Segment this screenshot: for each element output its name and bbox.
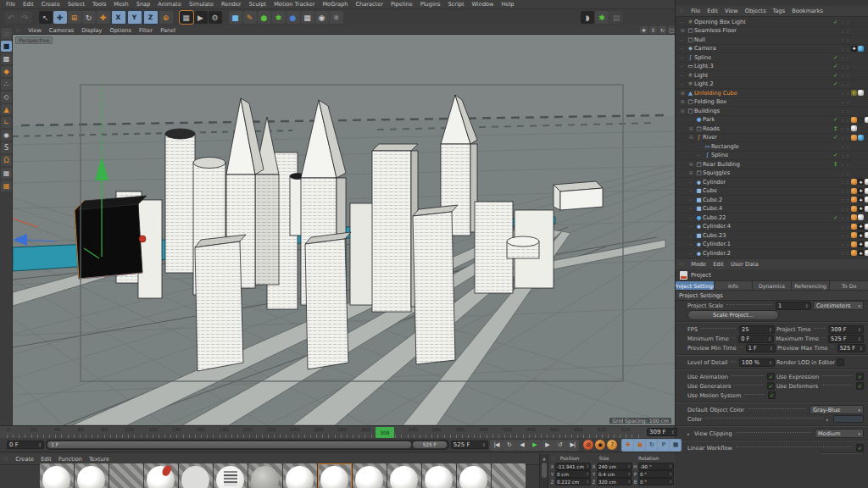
- key-rotation-button[interactable]: ↻: [646, 440, 657, 451]
- object-row[interactable]: Folding Box: [676, 98, 868, 108]
- white-tag-icon[interactable]: [865, 250, 868, 256]
- object-label[interactable]: Cube.22: [703, 214, 726, 221]
- preview-max-field[interactable]: 525 F↕: [837, 344, 865, 352]
- visibility-dots[interactable]: [842, 206, 849, 212]
- expand-toggle-icon[interactable]: [681, 19, 687, 25]
- material-tile[interactable]: [248, 463, 282, 488]
- expand-toggle-icon[interactable]: [681, 81, 687, 86]
- range-bar[interactable]: 1 F: [47, 441, 411, 448]
- object-row[interactable]: Park: [676, 116, 868, 125]
- attribute-tab[interactable]: Project Settings: [676, 280, 715, 291]
- blue-tag-icon[interactable]: [858, 46, 864, 52]
- expand-toggle-icon[interactable]: [689, 206, 695, 211]
- enable-check-icon[interactable]: [833, 80, 837, 87]
- autokeying-button[interactable]: ◉: [595, 440, 605, 450]
- material-tile[interactable]: [214, 463, 248, 488]
- linear-workflow-checkbox[interactable]: ✓: [856, 444, 864, 452]
- object-label[interactable]: Rectangle: [711, 143, 739, 150]
- enable-check-icon[interactable]: [833, 72, 837, 79]
- position-field[interactable]: 0.222 cm↕: [555, 478, 591, 486]
- orange-tag-icon[interactable]: [851, 224, 857, 230]
- object-label[interactable]: Spline: [694, 54, 711, 61]
- record-active-objects-button[interactable]: ⊘: [583, 440, 593, 450]
- olive-tag-icon[interactable]: [851, 90, 857, 96]
- object-label[interactable]: Opening Box Light: [694, 19, 746, 25]
- render-settings-icon[interactable]: ⚙: [209, 11, 222, 24]
- orange-tag-icon[interactable]: [851, 232, 857, 238]
- mat-menu-edit[interactable]: Edit: [41, 456, 52, 463]
- zoom-view-icon[interactable]: ⇕: [649, 26, 657, 34]
- dark-tag-icon[interactable]: [858, 179, 864, 185]
- rotate-view-icon[interactable]: ↻: [659, 26, 666, 34]
- attribute-tab[interactable]: Dynamics: [753, 280, 792, 291]
- object-row[interactable]: Opening Box Light: [676, 18, 868, 27]
- add-spline-icon[interactable]: ✎: [243, 11, 257, 24]
- lock-y-axis-icon[interactable]: Y: [127, 10, 142, 25]
- axis-mode-icon[interactable]: ∟: [1, 117, 12, 128]
- lock-x-axis-icon[interactable]: X: [111, 10, 126, 25]
- visibility-dots[interactable]: [842, 125, 849, 131]
- expand-toggle-icon[interactable]: [698, 144, 704, 149]
- workplane-snap-icon[interactable]: ▦: [1, 168, 12, 179]
- dark-tag-icon[interactable]: [858, 250, 864, 256]
- object-row[interactable]: Cube.2: [676, 196, 868, 205]
- maximum-time-field[interactable]: 525 F↕: [828, 335, 864, 343]
- enable-check-icon[interactable]: [833, 152, 837, 158]
- object-label[interactable]: Cube.23: [703, 232, 726, 239]
- white-tag-icon[interactable]: [865, 241, 868, 247]
- expand-toggle-icon[interactable]: [689, 170, 695, 175]
- object-label[interactable]: Rear Building: [703, 161, 740, 168]
- enable-check-icon[interactable]: [833, 161, 837, 168]
- end-frame-field[interactable]: 525 F↕: [451, 441, 488, 449]
- add-camera-icon[interactable]: ◉: [315, 11, 329, 24]
- orange-tag-icon[interactable]: [851, 214, 857, 220]
- use-generators-checkbox[interactable]: ✓: [767, 382, 775, 390]
- visibility-dots[interactable]: [842, 64, 849, 69]
- visibility-dots[interactable]: [842, 250, 849, 256]
- material-tile[interactable]: [40, 463, 74, 488]
- panel-handle-icon[interactable]: ∷: [16, 27, 20, 34]
- menu-item[interactable]: Create: [42, 1, 60, 8]
- visibility-dots[interactable]: [842, 224, 849, 230]
- object-row[interactable]: Rectangle: [676, 142, 868, 152]
- attribute-tab[interactable]: To Do: [830, 280, 868, 291]
- key-scale-button[interactable]: ▣: [634, 440, 645, 451]
- expand-toggle-icon[interactable]: [689, 233, 695, 238]
- menu-item[interactable]: Mesh: [114, 1, 128, 8]
- object-row[interactable]: Camera: [676, 45, 868, 54]
- range-end-grip[interactable]: 525 F: [413, 441, 447, 448]
- redo-icon[interactable]: ↷: [19, 11, 32, 24]
- object-row[interactable]: Cube.4: [676, 205, 868, 214]
- object-label[interactable]: Cylinder: [703, 179, 726, 186]
- visibility-dots[interactable]: [842, 81, 849, 87]
- visibility-dots[interactable]: [842, 54, 849, 60]
- white-tag-icon[interactable]: [858, 214, 864, 220]
- object-row[interactable]: Cylinder: [676, 178, 868, 187]
- expand-toggle-icon[interactable]: [689, 162, 695, 167]
- enable-check-icon[interactable]: [833, 125, 837, 132]
- expand-toggle-icon[interactable]: [681, 108, 687, 114]
- object-row[interactable]: Cube.22: [676, 214, 868, 223]
- edges-mode-icon[interactable]: ◇: [1, 92, 12, 103]
- orange-tag-icon[interactable]: [851, 135, 857, 141]
- size-field[interactable]: 0.4 cm↕: [597, 470, 632, 479]
- enable-check-icon[interactable]: [833, 134, 837, 141]
- visibility-dots[interactable]: [842, 36, 849, 42]
- add-subdivision-icon[interactable]: ●: [258, 11, 271, 24]
- object-label[interactable]: Cylinder.1: [703, 241, 731, 247]
- lock-z-axis-icon[interactable]: Z: [143, 10, 159, 25]
- panel-handle-icon[interactable]: ∷: [552, 456, 559, 461]
- object-label[interactable]: Folding Box: [694, 98, 726, 105]
- rotation-field[interactable]: 0 °↕: [638, 470, 674, 479]
- rotation-field[interactable]: -90 °↕: [638, 463, 674, 471]
- object-row[interactable]: Cylinder.1: [676, 241, 868, 250]
- use-motion-checkbox[interactable]: ✓: [768, 391, 776, 399]
- move-tool-icon[interactable]: ✚: [53, 11, 67, 24]
- visibility-dots[interactable]: [842, 72, 849, 78]
- expand-toggle-icon[interactable]: [689, 117, 695, 122]
- om-menu-view[interactable]: View: [725, 8, 738, 14]
- add-light-icon[interactable]: ☼: [330, 11, 343, 24]
- prev-frame-button[interactable]: ◀: [515, 440, 528, 451]
- expand-toggle-icon[interactable]: [681, 37, 687, 42]
- last-tool-icon[interactable]: ✚: [97, 11, 110, 24]
